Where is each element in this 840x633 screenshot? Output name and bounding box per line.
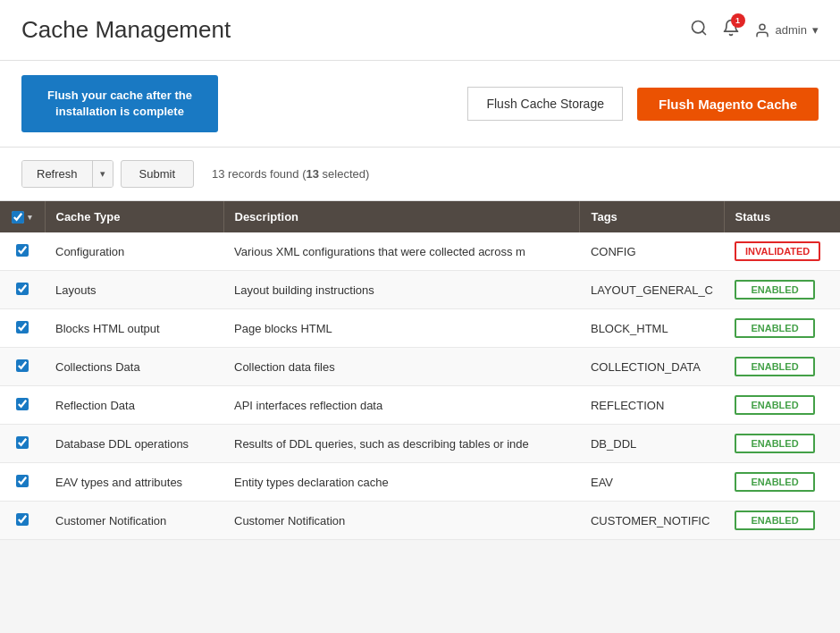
tags-header: Tags	[580, 201, 724, 232]
table-row: Collections DataCollection data filesCOL…	[0, 348, 840, 386]
status-cell: INVALIDATED	[724, 232, 840, 271]
cache-type-cell: Collections Data	[45, 348, 223, 386]
table-row: LayoutsLayout building instructionsLAYOU…	[0, 271, 840, 309]
row-checkbox-cell[interactable]	[0, 425, 45, 463]
table-row: Customer NotificationCustomer Notificati…	[0, 502, 840, 540]
row-checkbox[interactable]	[16, 436, 29, 449]
row-checkbox-cell[interactable]	[0, 271, 45, 309]
flush-magento-cache-button[interactable]: Flush Magento Cache	[637, 88, 819, 121]
status-cell: ENABLED	[724, 502, 840, 540]
status-badge: ENABLED	[735, 395, 815, 415]
tags-cell: LAYOUT_GENERAL_C	[580, 271, 724, 309]
status-badge: ENABLED	[735, 472, 815, 492]
flush-banner: Flush your cache after the installation …	[0, 61, 840, 148]
notification-badge: 1	[731, 13, 745, 28]
cache-type-cell: Database DDL operations	[45, 425, 223, 463]
page-title: Cache Management	[21, 16, 231, 44]
status-cell: ENABLED	[724, 386, 840, 425]
page-header: Cache Management 1 admin ▾	[0, 0, 840, 61]
status-cell: ENABLED	[724, 425, 840, 463]
table-row: ConfigurationVarious XML configurations …	[0, 232, 840, 271]
row-checkbox[interactable]	[16, 359, 29, 372]
cache-type-cell: Blocks HTML output	[45, 309, 223, 348]
tags-cell: EAV	[580, 463, 724, 502]
row-checkbox[interactable]	[16, 475, 29, 487]
admin-dropdown-icon: ▾	[812, 23, 819, 37]
description-cell: Results of DDL queries, such as describi…	[223, 425, 580, 463]
description-cell: Customer Notification	[223, 502, 580, 540]
refresh-button-group: Refresh ▾	[21, 160, 113, 188]
table-row: Reflection DataAPI interfaces reflection…	[0, 386, 840, 425]
records-suffix: selected)	[319, 167, 369, 181]
records-text: 13 records found (	[212, 167, 307, 181]
table-row: EAV types and attributesEntity types dec…	[0, 463, 840, 502]
status-header: Status	[724, 201, 840, 232]
table-header-row: ▾ Cache Type Description Tags Status	[0, 201, 840, 232]
cache-table-container: ▾ Cache Type Description Tags Status Con…	[0, 201, 840, 540]
description-cell: API interfaces reflection data	[223, 386, 580, 425]
status-badge: ENABLED	[735, 434, 815, 453]
row-checkbox[interactable]	[16, 398, 29, 410]
tags-cell: REFLECTION	[580, 386, 724, 425]
submit-button[interactable]: Submit	[121, 160, 194, 188]
table-body: ConfigurationVarious XML configurations …	[0, 232, 840, 540]
tags-cell: COLLECTION_DATA	[580, 348, 724, 386]
svg-line-1	[701, 31, 705, 35]
select-all-header[interactable]: ▾	[0, 201, 45, 232]
cache-type-cell: EAV types and attributes	[45, 463, 223, 502]
refresh-button[interactable]: Refresh	[22, 161, 92, 187]
row-checkbox-cell[interactable]	[0, 348, 45, 386]
cache-type-cell: Configuration	[45, 232, 223, 271]
select-all-dropdown-icon[interactable]: ▾	[28, 213, 32, 222]
tags-cell: DB_DDL	[580, 425, 724, 463]
row-checkbox[interactable]	[16, 321, 29, 333]
refresh-dropdown-button[interactable]: ▾	[92, 161, 113, 187]
description-cell: Collection data files	[223, 348, 580, 386]
row-checkbox-cell[interactable]	[0, 232, 45, 271]
search-icon[interactable]	[690, 19, 708, 41]
status-badge: ENABLED	[735, 511, 815, 530]
cache-type-header: Cache Type	[45, 201, 223, 232]
status-cell: ENABLED	[724, 348, 840, 386]
status-badge: ENABLED	[735, 357, 815, 376]
table-row: Database DDL operationsResults of DDL qu…	[0, 425, 840, 463]
row-checkbox[interactable]	[16, 283, 29, 295]
select-all-checkbox[interactable]	[12, 211, 24, 224]
records-info: 13 records found (13 selected)	[212, 167, 369, 181]
flush-info-box: Flush your cache after the installation …	[21, 75, 218, 132]
selected-count: 13	[307, 167, 319, 181]
row-checkbox[interactable]	[16, 513, 29, 526]
admin-label: admin	[776, 23, 807, 37]
status-badge: INVALIDATED	[735, 241, 820, 261]
status-badge: ENABLED	[735, 318, 815, 338]
row-checkbox[interactable]	[16, 244, 29, 257]
row-checkbox-cell[interactable]	[0, 309, 45, 348]
table-row: Blocks HTML outputPage blocks HTMLBLOCK_…	[0, 309, 840, 348]
status-cell: ENABLED	[724, 463, 840, 502]
status-cell: ENABLED	[724, 271, 840, 309]
description-header: Description	[223, 201, 580, 232]
admin-user-menu[interactable]: admin ▾	[754, 22, 819, 38]
description-cell: Various XML configurations that were col…	[223, 232, 580, 271]
status-cell: ENABLED	[724, 309, 840, 348]
row-checkbox-cell[interactable]	[0, 502, 45, 540]
tags-cell: CUSTOMER_NOTIFIC	[580, 502, 724, 540]
cache-type-cell: Customer Notification	[45, 502, 223, 540]
row-checkbox-cell[interactable]	[0, 386, 45, 425]
description-cell: Entity types declaration cache	[223, 463, 580, 502]
cache-type-cell: Layouts	[45, 271, 223, 309]
header-actions: 1 admin ▾	[690, 19, 819, 41]
toolbar: Refresh ▾ Submit 13 records found (13 se…	[0, 148, 840, 201]
tags-cell: BLOCK_HTML	[580, 309, 724, 348]
cache-table: ▾ Cache Type Description Tags Status Con…	[0, 201, 840, 540]
tags-cell: CONFIG	[580, 232, 724, 271]
notification-icon[interactable]: 1	[722, 19, 740, 41]
flush-actions: Flush Cache Storage Flush Magento Cache	[467, 87, 819, 121]
svg-point-2	[760, 24, 765, 30]
description-cell: Layout building instructions	[223, 271, 580, 309]
status-badge: ENABLED	[735, 280, 815, 300]
row-checkbox-cell[interactable]	[0, 463, 45, 502]
flush-cache-storage-button[interactable]: Flush Cache Storage	[467, 87, 623, 121]
cache-type-cell: Reflection Data	[45, 386, 223, 425]
description-cell: Page blocks HTML	[223, 309, 580, 348]
